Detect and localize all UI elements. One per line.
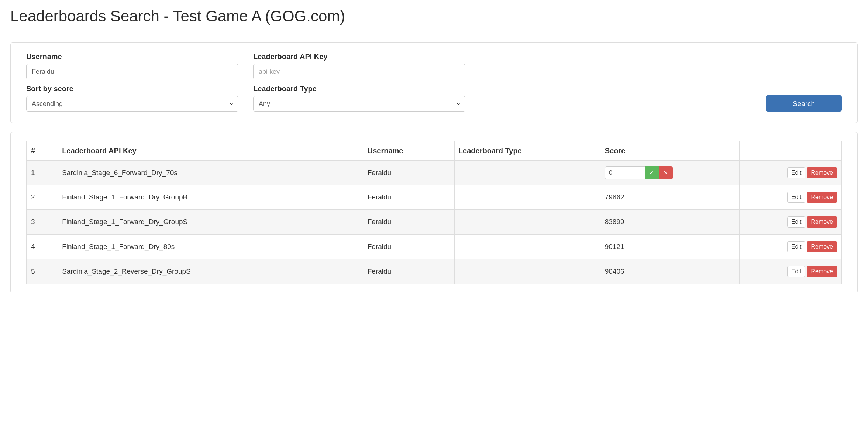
cell-username: Feraldu — [364, 210, 455, 235]
remove-button[interactable]: Remove — [807, 266, 837, 277]
cell-type — [455, 235, 601, 259]
cell-score: ✓✕ — [601, 161, 740, 185]
sort-label: Sort by score — [26, 85, 238, 93]
cell-score: 83899 — [601, 210, 740, 235]
page-title: Leaderboards Search - Test Game A (GOG.c… — [10, 7, 858, 25]
header-score: Score — [601, 141, 740, 161]
remove-button[interactable]: Remove — [807, 241, 837, 252]
remove-button[interactable]: Remove — [807, 192, 837, 203]
apikey-label: Leaderboard API Key — [253, 52, 465, 61]
cell-username: Feraldu — [364, 185, 455, 210]
remove-button[interactable]: Remove — [807, 167, 837, 178]
cell-type — [455, 185, 601, 210]
cell-apikey: Finland_Stage_1_Forward_Dry_80s — [58, 235, 364, 259]
cell-type — [455, 161, 601, 185]
cell-apikey: Sardinia_Stage_6_Forward_Dry_70s — [58, 161, 364, 185]
table-row: 3Finland_Stage_1_Forward_Dry_GroupSFeral… — [27, 210, 842, 235]
edit-button[interactable]: Edit — [787, 266, 806, 277]
cell-index: 5 — [27, 259, 58, 284]
close-icon: ✕ — [664, 170, 668, 175]
cell-username: Feraldu — [364, 235, 455, 259]
cell-apikey: Finland_Stage_1_Forward_Dry_GroupB — [58, 185, 364, 210]
row-actions: EditRemove — [743, 216, 837, 228]
cancel-score-button[interactable]: ✕ — [659, 166, 673, 179]
header-apikey: Leaderboard API Key — [58, 141, 364, 161]
row-actions: EditRemove — [743, 266, 837, 277]
edit-button[interactable]: Edit — [787, 216, 806, 228]
header-type: Leaderboard Type — [455, 141, 601, 161]
cell-actions: EditRemove — [740, 235, 842, 259]
search-button-wrap: Search — [480, 95, 842, 112]
edit-button[interactable]: Edit — [787, 241, 806, 252]
header-actions — [740, 141, 842, 161]
sort-select[interactable]: Ascending — [26, 96, 238, 112]
header-index: # — [27, 141, 58, 161]
username-label: Username — [26, 52, 238, 61]
score-input[interactable] — [605, 166, 645, 179]
cell-apikey: Sardinia_Stage_2_Reverse_Dry_GroupS — [58, 259, 364, 284]
cell-index: 2 — [27, 185, 58, 210]
cell-apikey: Finland_Stage_1_Forward_Dry_GroupS — [58, 210, 364, 235]
table-header-row: # Leaderboard API Key Username Leaderboa… — [27, 141, 842, 161]
cell-actions: EditRemove — [740, 259, 842, 284]
results-panel: # Leaderboard API Key Username Leaderboa… — [10, 132, 858, 293]
confirm-score-button[interactable]: ✓ — [645, 166, 659, 179]
table-row: 4Finland_Stage_1_Forward_Dry_80sFeraldu9… — [27, 235, 842, 259]
cell-username: Feraldu — [364, 259, 455, 284]
cell-score: 90406 — [601, 259, 740, 284]
remove-button[interactable]: Remove — [807, 216, 837, 228]
table-row: 2Finland_Stage_1_Forward_Dry_GroupBFeral… — [27, 185, 842, 210]
cell-score: 79862 — [601, 185, 740, 210]
cell-actions: EditRemove — [740, 185, 842, 210]
title-divider — [10, 32, 858, 32]
search-panel: Username Leaderboard API Key Sort by sco… — [10, 42, 858, 123]
cell-index: 1 — [27, 161, 58, 185]
sort-group: Sort by score Ascending — [26, 85, 238, 112]
type-label: Leaderboard Type — [253, 85, 465, 93]
search-button[interactable]: Search — [766, 95, 842, 112]
cell-index: 3 — [27, 210, 58, 235]
row-actions: EditRemove — [743, 167, 837, 178]
edit-button[interactable]: Edit — [787, 167, 806, 178]
type-group: Leaderboard Type Any — [253, 85, 465, 112]
table-row: 1Sardinia_Stage_6_Forward_Dry_70sFeraldu… — [27, 161, 842, 185]
cell-username: Feraldu — [364, 161, 455, 185]
results-table: # Leaderboard API Key Username Leaderboa… — [26, 141, 842, 284]
type-select[interactable]: Any — [253, 96, 465, 112]
cell-actions: EditRemove — [740, 161, 842, 185]
row-actions: EditRemove — [743, 192, 837, 203]
edit-button[interactable]: Edit — [787, 192, 806, 203]
cell-type — [455, 259, 601, 284]
cell-index: 4 — [27, 235, 58, 259]
header-username: Username — [364, 141, 455, 161]
username-input[interactable] — [26, 64, 238, 79]
apikey-group: Leaderboard API Key — [253, 52, 465, 79]
cell-score: 90121 — [601, 235, 740, 259]
apikey-input[interactable] — [253, 64, 465, 79]
username-group: Username — [26, 52, 238, 79]
cell-type — [455, 210, 601, 235]
cell-actions: EditRemove — [740, 210, 842, 235]
table-row: 5Sardinia_Stage_2_Reverse_Dry_GroupSFera… — [27, 259, 842, 284]
score-editor: ✓✕ — [605, 166, 673, 179]
row-actions: EditRemove — [743, 241, 837, 252]
check-icon: ✓ — [649, 170, 654, 176]
